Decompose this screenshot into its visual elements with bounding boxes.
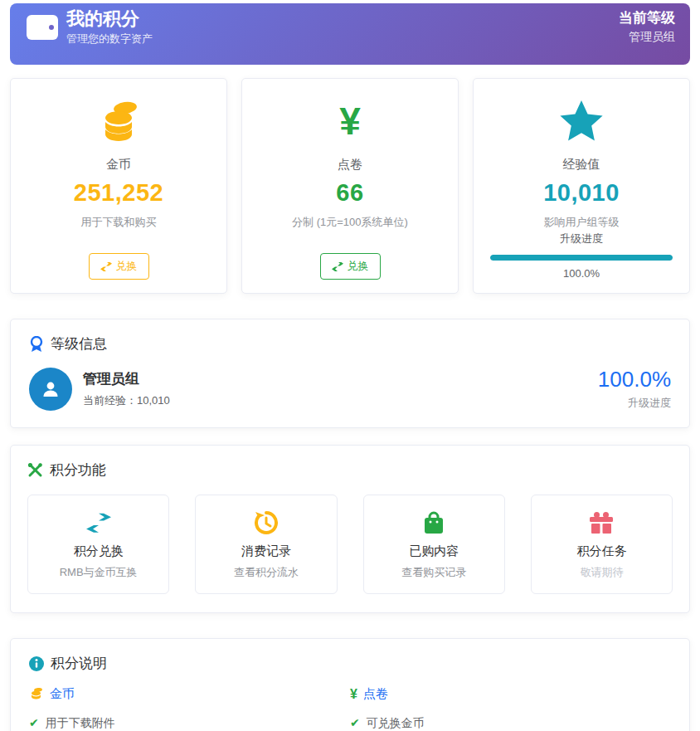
bag-icon xyxy=(422,509,445,536)
coins-icon xyxy=(95,95,142,147)
page-subtitle: 管理您的数字资产 xyxy=(66,32,153,46)
stat-value-exp: 10,010 xyxy=(543,179,620,207)
progress-bar xyxy=(490,255,673,261)
history-icon xyxy=(254,509,279,536)
gift-icon xyxy=(589,509,614,536)
func-card-purchased[interactable]: 已购内容 查看购买记录 xyxy=(363,495,505,594)
wallet-icon xyxy=(27,15,58,40)
exchange-arrows-icon xyxy=(332,262,343,271)
stat-card-experience: 经验值 10,010 影响用户组等级 升级进度 100.0% xyxy=(473,78,690,294)
exchange-credits-button[interactable]: 兑换 xyxy=(320,253,381,280)
func-desc: RMB与金币互换 xyxy=(60,565,138,580)
level-info-header: 等级信息 xyxy=(29,334,671,353)
points-functions-panel: 积分功能 积分兑换 RMB与金币互换 xyxy=(10,445,690,613)
level-percent: 100.0% xyxy=(598,367,671,392)
coins-feature-list: ✔用于下载附件 ✔购买付费内容 ✔可与RMB互换 xyxy=(29,712,350,731)
coin-small-icon xyxy=(29,687,44,702)
page-title: 我的积分 xyxy=(66,8,153,30)
info-col-title: 点卷 xyxy=(363,686,388,702)
info-col-coins: 金币 ✔用于下载附件 ✔购买付费内容 ✔可与RMB互换 xyxy=(29,686,350,731)
func-title: 已购内容 xyxy=(409,543,459,559)
section-title: 等级信息 xyxy=(51,334,107,353)
person-icon xyxy=(40,378,61,400)
functions-header: 积分功能 xyxy=(27,461,673,480)
stat-desc: 分制 (1元=100系统单位) xyxy=(292,215,408,230)
func-title: 积分任务 xyxy=(576,543,626,559)
stat-label: 金币 xyxy=(106,157,131,173)
stats-row: 金币 251,252 用于下载和购买 兑换 ¥ 点卷 66 分制 (1元=100… xyxy=(10,78,690,294)
current-level-label: 当前等级 xyxy=(619,8,675,28)
points-info-panel: 积分说明 金币 ✔用于下载附件 ✔购买付费内容 xyxy=(10,638,690,731)
header-banner: 我的积分 管理您的数字资产 当前等级 管理员组 xyxy=(10,3,690,65)
func-card-exchange[interactable]: 积分兑换 RMB与金币互换 xyxy=(27,495,169,594)
stat-desc: 影响用户组等级 xyxy=(544,215,620,230)
info-icon xyxy=(29,656,44,671)
section-title: 积分功能 xyxy=(50,461,106,480)
level-info-panel: 等级信息 管理员组 当前经验：10,010 100.0% 升级进度 xyxy=(10,319,690,428)
stat-value-coins: 251,252 xyxy=(74,179,163,207)
medal-icon xyxy=(29,336,44,353)
functions-grid: 积分兑换 RMB与金币互换 消费记录 查看积分流水 xyxy=(27,495,673,594)
info-col-title: 金币 xyxy=(50,686,75,702)
func-title: 消费记录 xyxy=(241,543,291,559)
check-icon: ✔ xyxy=(350,712,360,731)
group-name: 管理员组 xyxy=(83,369,170,388)
info-header: 积分说明 xyxy=(29,654,671,673)
exchange-coins-button[interactable]: 兑换 xyxy=(89,253,149,280)
yen-icon: ¥ xyxy=(339,95,361,147)
stat-label: 经验值 xyxy=(563,157,600,173)
func-title: 积分兑换 xyxy=(74,543,124,559)
current-level-value: 管理员组 xyxy=(619,30,675,45)
list-item: ✔用于下载附件 xyxy=(29,712,350,731)
upgrade-progress-label: 升级进度 xyxy=(560,231,603,246)
exchange-icon xyxy=(85,509,113,536)
func-card-tasks[interactable]: 积分任务 敬请期待 xyxy=(531,495,673,594)
tools-icon xyxy=(27,462,43,478)
user-avatar xyxy=(29,368,72,411)
section-title: 积分说明 xyxy=(51,654,107,673)
stat-value-credits: 66 xyxy=(336,179,363,207)
func-desc: 敬请期待 xyxy=(580,565,623,580)
check-icon: ✔ xyxy=(29,712,39,731)
stat-label: 点卷 xyxy=(338,157,362,173)
points-page: 我的积分 管理您的数字资产 当前等级 管理员组 金币 xyxy=(0,0,700,731)
func-card-history[interactable]: 消费记录 查看积分流水 xyxy=(195,495,337,594)
yen-small-icon: ¥ xyxy=(350,687,357,702)
func-desc: 查看购买记录 xyxy=(401,565,466,580)
stat-card-credits: ¥ 点卷 66 分制 (1元=100系统单位) 兑换 xyxy=(241,78,459,294)
info-col-credits: ¥ 点卷 ✔可兑换金币 ✔转账给其他用户 ✔兑换比例：1 分 = 1 金币 xyxy=(350,686,671,731)
list-item: ✔可兑换金币 xyxy=(350,712,671,731)
func-desc: 查看积分流水 xyxy=(234,565,299,580)
level-percent-label: 升级进度 xyxy=(598,396,671,411)
current-exp-text: 当前经验：10,010 xyxy=(83,393,170,408)
progress-percent-text: 100.0% xyxy=(563,267,600,280)
star-icon xyxy=(558,95,605,147)
exchange-arrows-icon xyxy=(100,262,112,271)
stat-card-coins: 金币 251,252 用于下载和购买 兑换 xyxy=(10,78,227,294)
stat-desc: 用于下载和购买 xyxy=(81,215,157,230)
credits-feature-list: ✔可兑换金币 ✔转账给其他用户 ✔兑换比例：1 分 = 1 金币 xyxy=(350,712,671,731)
progress-bar-fill xyxy=(490,255,673,261)
